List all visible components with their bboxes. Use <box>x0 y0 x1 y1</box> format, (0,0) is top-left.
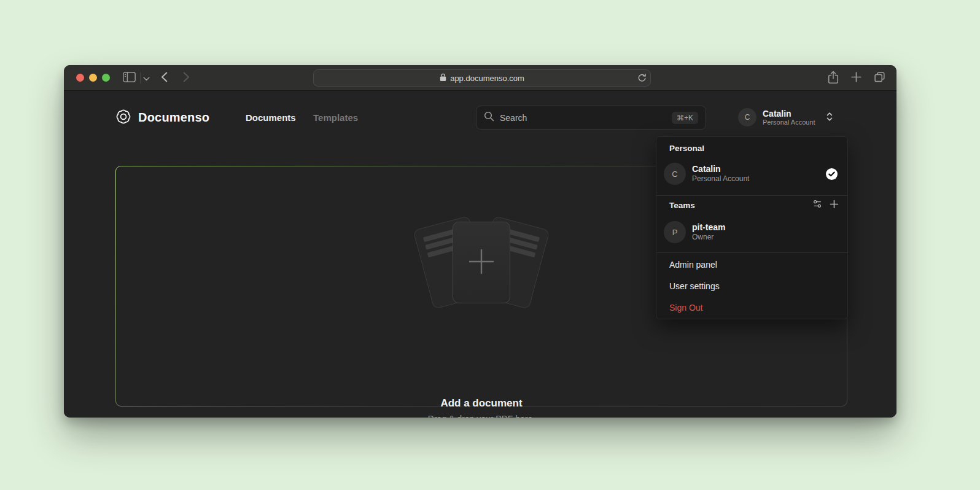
team-role: Owner <box>692 233 725 242</box>
tabs-icon <box>874 71 885 85</box>
search-input[interactable] <box>500 113 672 123</box>
share-icon <box>828 71 839 86</box>
menu-item-sign-out[interactable]: Sign Out <box>661 297 842 318</box>
back-icon <box>161 72 168 84</box>
settings-sliders-icon <box>812 199 822 211</box>
tab-group-chevron-button[interactable] <box>143 65 150 91</box>
sidebar-toggle-button[interactable] <box>123 65 136 91</box>
close-button[interactable] <box>76 74 84 82</box>
documenso-logo-icon <box>115 109 131 126</box>
plus-icon <box>830 200 839 211</box>
menu-separator <box>656 195 847 196</box>
new-tab-button[interactable] <box>851 72 861 84</box>
account-name: Catalin <box>763 109 815 119</box>
sidebar-icon <box>123 72 136 84</box>
reload-button[interactable] <box>637 73 647 85</box>
desktop-background: { "browser": { "url": "app.documenso.com… <box>0 0 980 490</box>
chevrons-up-down-icon <box>825 112 834 123</box>
nav-tab-documents[interactable]: Documents <box>246 112 296 123</box>
team-name: pit-team <box>692 222 725 233</box>
chevron-down-icon <box>143 74 150 83</box>
back-button[interactable] <box>161 65 168 91</box>
account-avatar: C <box>738 108 756 126</box>
personal-section-label: Personal <box>669 144 704 153</box>
team-avatar: P <box>664 221 686 243</box>
document-card-center <box>453 222 510 303</box>
personal-account-item[interactable]: C Catalin Personal Account <box>664 160 840 187</box>
add-plus-icon <box>465 246 497 280</box>
nav-tab-templates[interactable]: Templates <box>313 112 358 123</box>
search-shortcut-badge: ⌘+K <box>672 112 698 124</box>
personal-account-name: Catalin <box>692 164 749 174</box>
lock-icon <box>440 73 446 84</box>
tab-overview-button[interactable] <box>874 71 885 85</box>
zoom-button[interactable] <box>102 74 110 82</box>
browser-toolbar: app.documenso.com <box>64 65 896 91</box>
window-controls <box>76 74 110 82</box>
add-team-button[interactable] <box>830 199 839 211</box>
teams-actions <box>812 199 839 211</box>
selected-check-icon <box>826 168 838 180</box>
address-bar[interactable]: app.documenso.com <box>313 69 651 87</box>
manage-teams-button[interactable] <box>812 199 822 211</box>
browser-window: app.documenso.com <box>64 65 896 418</box>
personal-account-avatar: C <box>664 163 686 185</box>
web-page: Documenso Documents Templates ⌘+K C Cata… <box>64 91 896 418</box>
brand-name: Documenso <box>138 111 209 125</box>
account-type: Personal Account <box>763 119 815 126</box>
minimize-button[interactable] <box>89 74 97 82</box>
menu-item-user-settings[interactable]: User settings <box>661 275 842 297</box>
account-menu-button[interactable]: C Catalin Personal Account <box>738 105 834 130</box>
teams-section-label: Teams <box>669 201 695 210</box>
menu-separator <box>656 252 847 253</box>
reload-icon <box>637 76 647 85</box>
dropzone-title: Add a document <box>116 397 847 410</box>
toolbar-divider <box>140 72 141 84</box>
team-item-pit-team[interactable]: P pit-team Owner <box>664 219 840 246</box>
url-text: app.documenso.com <box>450 74 524 83</box>
plus-icon <box>851 72 861 84</box>
toolbar-right-actions <box>828 65 885 91</box>
share-button[interactable] <box>828 71 839 86</box>
search-bar: ⌘+K <box>476 106 706 130</box>
dropzone-subtitle: Drag & drop your PDF here. <box>116 414 847 418</box>
search-icon <box>484 111 494 124</box>
personal-account-subtitle: Personal Account <box>692 174 749 184</box>
account-dropdown-menu: Personal C Catalin Personal Account Team… <box>656 136 848 319</box>
menu-item-admin-panel[interactable]: Admin panel <box>661 254 842 275</box>
forward-button[interactable] <box>183 65 190 91</box>
forward-icon <box>183 72 190 84</box>
brand-home-link[interactable]: Documenso <box>115 109 209 126</box>
